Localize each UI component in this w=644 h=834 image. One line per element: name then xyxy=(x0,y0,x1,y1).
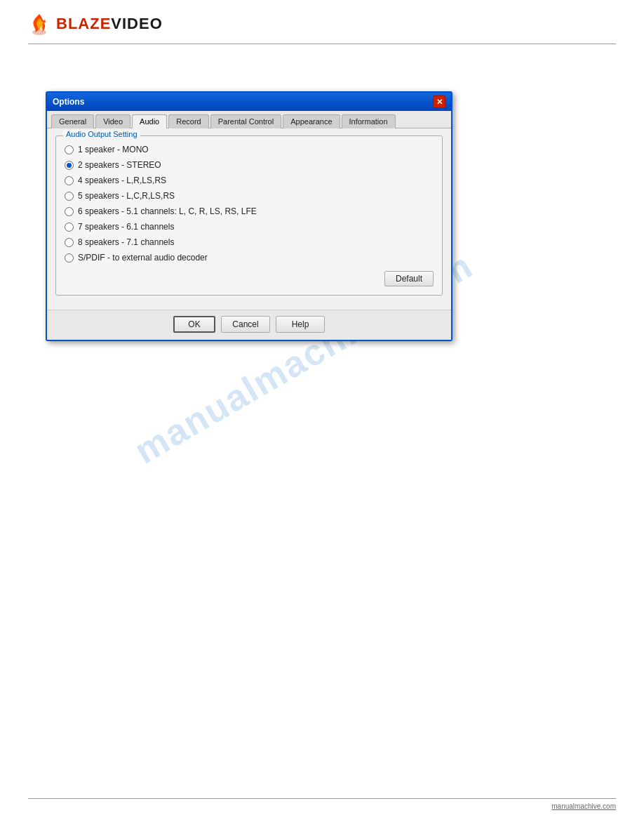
flame-icon xyxy=(28,13,51,35)
tab-information[interactable]: Information xyxy=(342,114,396,128)
radio-circle-5speaker[interactable] xyxy=(65,192,74,201)
radio-label-6speaker: 6 speakers - 5.1 channels: L, C, R, LS, … xyxy=(78,206,257,216)
radio-mono[interactable]: 1 speaker - MONO xyxy=(65,142,434,157)
audio-output-group: Audio Output Setting 1 speaker - MONO 2 … xyxy=(55,135,443,296)
radio-circle-7speaker[interactable] xyxy=(65,223,74,232)
radio-label-7speaker: 7 speakers - 6.1 channels xyxy=(78,222,174,232)
radio-stereo[interactable]: 2 speakers - STEREO xyxy=(65,157,434,173)
radio-7speaker[interactable]: 7 speakers - 6.1 channels xyxy=(65,219,434,234)
tab-general[interactable]: General xyxy=(51,114,94,128)
footer-divider xyxy=(28,798,616,799)
tab-audio[interactable]: Audio xyxy=(132,114,167,128)
options-dialog: Options ✕ General Video Audio Record Par… xyxy=(46,91,452,341)
radio-circle-6speaker[interactable] xyxy=(65,207,74,216)
radio-5speaker[interactable]: 5 speakers - L,C,R,LS,RS xyxy=(65,188,434,204)
radio-label-4speaker: 4 speakers - L,R,LS,RS xyxy=(78,176,166,185)
tab-appearance[interactable]: Appearance xyxy=(283,114,340,128)
brand-name-part1: Blaze xyxy=(56,15,111,32)
default-button[interactable]: Default xyxy=(384,271,434,286)
radio-circle-mono[interactable] xyxy=(65,145,74,154)
tab-record[interactable]: Record xyxy=(168,114,208,128)
tab-bar: General Video Audio Record Parental Cont… xyxy=(47,111,451,128)
radio-label-5speaker: 5 speakers - L,C,R,LS,RS xyxy=(78,191,175,201)
default-button-row: Default xyxy=(65,271,434,286)
dialog-content: Audio Output Setting 1 speaker - MONO 2 … xyxy=(47,128,451,310)
radio-4speaker[interactable]: 4 speakers - L,R,LS,RS xyxy=(65,173,434,188)
close-button[interactable]: ✕ xyxy=(433,95,445,108)
radio-circle-stereo[interactable] xyxy=(65,161,74,170)
dialog-title: Options xyxy=(53,97,84,107)
brand-name: BlazeVideo xyxy=(56,15,163,33)
audio-group-label: Audio Output Setting xyxy=(63,130,140,138)
ok-button[interactable]: OK xyxy=(173,316,215,333)
header-divider xyxy=(28,44,616,44)
radio-6speaker[interactable]: 6 speakers - 5.1 channels: L, C, R, LS, … xyxy=(65,204,434,219)
footer-link[interactable]: manualmachive.com xyxy=(551,802,616,810)
radio-label-8speaker: 8 speakers - 7.1 channels xyxy=(78,237,174,247)
radio-spdif[interactable]: S/PDIF - to external audio decoder xyxy=(65,250,434,265)
brand-name-part2: Video xyxy=(111,15,162,32)
radio-circle-8speaker[interactable] xyxy=(65,238,74,247)
radio-label-spdif: S/PDIF - to external audio decoder xyxy=(78,253,208,263)
radio-8speaker[interactable]: 8 speakers - 7.1 channels xyxy=(65,234,434,250)
svg-point-0 xyxy=(32,29,46,35)
tab-parental-control[interactable]: Parental Control xyxy=(210,114,282,128)
radio-circle-spdif[interactable] xyxy=(65,253,74,263)
help-button[interactable]: Help xyxy=(276,316,325,333)
radio-label-stereo: 2 speakers - STEREO xyxy=(78,160,161,170)
radio-label-mono: 1 speaker - MONO xyxy=(78,145,149,154)
logo-header: BlazeVideo xyxy=(28,13,163,35)
radio-circle-4speaker[interactable] xyxy=(65,176,74,185)
cancel-button[interactable]: Cancel xyxy=(221,316,270,333)
dialog-footer: OK Cancel Help xyxy=(47,310,451,340)
tab-video[interactable]: Video xyxy=(95,114,130,128)
title-bar: Options ✕ xyxy=(47,93,451,111)
